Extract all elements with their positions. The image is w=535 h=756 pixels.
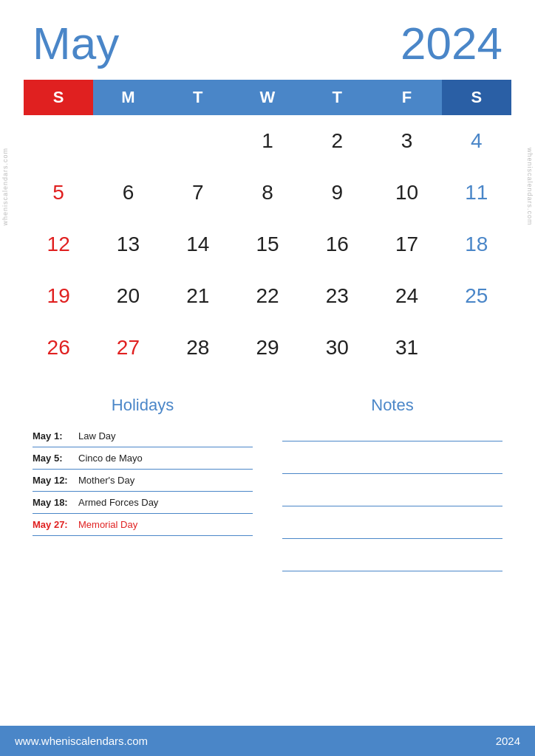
calendar-day: 23 xyxy=(302,270,372,322)
holiday-date: May 27: xyxy=(33,519,78,530)
calendar-day: 8 xyxy=(233,167,302,219)
calendar-day: 22 xyxy=(233,270,302,322)
calendar-day: 16 xyxy=(302,219,372,270)
holiday-item: May 12:Mother's Day xyxy=(33,470,253,492)
calendar-page: wheniscalendars.com wheniscalendars.com … xyxy=(0,0,535,756)
calendar-day xyxy=(24,115,93,167)
holidays-section: Holidays May 1:Law DayMay 5:Cinco de May… xyxy=(33,396,268,726)
calendar-week-4: 262728293031 xyxy=(24,322,511,374)
day-header-sun: S xyxy=(24,80,93,115)
notes-lines xyxy=(282,425,502,571)
calendar-day: 10 xyxy=(372,167,441,219)
holiday-name: Law Day xyxy=(78,430,116,441)
calendar-day: 11 xyxy=(442,167,511,219)
holiday-date: May 5: xyxy=(33,453,78,464)
calendar-day: 19 xyxy=(24,270,93,322)
holiday-date: May 12: xyxy=(33,475,78,486)
note-line xyxy=(282,425,502,441)
watermark-right: wheniscalendars.com xyxy=(525,148,534,226)
holiday-name: Armed Forces Day xyxy=(78,497,158,508)
calendar-week-3: 19202122232425 xyxy=(24,270,511,322)
holiday-item: May 18:Armed Forces Day xyxy=(33,492,253,514)
footer: www.wheniscalendars.com 2024 xyxy=(0,726,535,756)
calendar-day: 17 xyxy=(372,219,441,270)
header: May 2024 xyxy=(0,0,535,80)
day-header-fri: F xyxy=(372,80,441,115)
calendar-day: 14 xyxy=(163,219,233,270)
year-title: 2024 xyxy=(401,21,502,66)
calendar-day: 12 xyxy=(24,219,93,270)
holidays-list: May 1:Law DayMay 5:Cinco de MayoMay 12:M… xyxy=(33,425,253,536)
calendar-day: 30 xyxy=(302,322,372,374)
calendar-day: 24 xyxy=(372,270,441,322)
calendar-day: 25 xyxy=(442,270,511,322)
bottom-section: Holidays May 1:Law DayMay 5:Cinco de May… xyxy=(0,381,535,726)
calendar-day: 29 xyxy=(233,322,302,374)
notes-title: Notes xyxy=(282,396,502,415)
holiday-item: May 1:Law Day xyxy=(33,425,253,447)
holiday-name: Mother's Day xyxy=(78,475,134,486)
calendar-day: 3 xyxy=(372,115,441,167)
calendar-day: 7 xyxy=(163,167,233,219)
calendar-day: 27 xyxy=(93,322,163,374)
calendar-day: 1 xyxy=(233,115,302,167)
calendar-day xyxy=(163,115,233,167)
calendar-day: 9 xyxy=(302,167,372,219)
day-header-thu: T xyxy=(302,80,372,115)
footer-year: 2024 xyxy=(496,735,520,747)
calendar-week-1: 567891011 xyxy=(24,167,511,219)
holiday-name: Memorial Day xyxy=(78,519,137,530)
month-title: May xyxy=(33,21,119,66)
footer-url: www.wheniscalendars.com xyxy=(15,735,148,747)
calendar-day: 15 xyxy=(233,219,302,270)
note-line xyxy=(282,490,502,506)
holidays-title: Holidays xyxy=(33,396,253,415)
day-header-sat: S xyxy=(442,80,511,115)
holiday-date: May 1: xyxy=(33,430,78,441)
holiday-name: Cinco de Mayo xyxy=(78,453,143,464)
note-line xyxy=(282,555,502,571)
calendar-day: 4 xyxy=(442,115,511,167)
calendar-day: 21 xyxy=(163,270,233,322)
note-line xyxy=(282,458,502,474)
calendar-week-0: 1234 xyxy=(24,115,511,167)
calendar-day: 5 xyxy=(24,167,93,219)
calendar-day: 31 xyxy=(372,322,441,374)
calendar-day: 2 xyxy=(302,115,372,167)
calendar-header-row: S M T W T F S xyxy=(24,80,511,115)
holiday-date: May 18: xyxy=(33,497,78,508)
day-header-tue: T xyxy=(163,80,233,115)
calendar-day xyxy=(93,115,163,167)
holiday-item: May 27:Memorial Day xyxy=(33,514,253,536)
day-header-wed: W xyxy=(233,80,302,115)
watermark-left: wheniscalendars.com xyxy=(1,148,10,226)
calendar-day: 6 xyxy=(93,167,163,219)
calendar-week-2: 12131415161718 xyxy=(24,219,511,270)
calendar-table: S M T W T F S 12345678910111213141516171… xyxy=(24,80,511,374)
calendar-day xyxy=(442,322,511,374)
notes-section: Notes xyxy=(268,396,502,726)
calendar-section: S M T W T F S 12345678910111213141516171… xyxy=(0,80,535,374)
calendar-day: 26 xyxy=(24,322,93,374)
holiday-item: May 5:Cinco de Mayo xyxy=(33,447,253,470)
calendar-day: 18 xyxy=(442,219,511,270)
calendar-day: 13 xyxy=(93,219,163,270)
calendar-day: 20 xyxy=(93,270,163,322)
note-line xyxy=(282,523,502,539)
calendar-day: 28 xyxy=(163,322,233,374)
day-header-mon: M xyxy=(93,80,163,115)
